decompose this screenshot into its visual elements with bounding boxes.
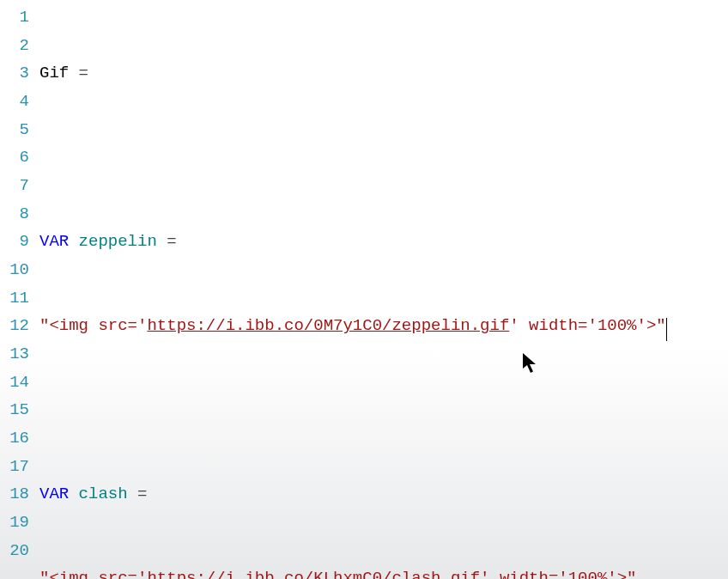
line-number-gutter: 1 2 3 4 5 6 7 8 9 10 11 12 13 14 15 16 1… (0, 0, 34, 579)
string-literal: ' width='100%'>" (480, 569, 636, 579)
code-line[interactable]: Gif = (39, 59, 728, 88)
line-number: 3 (0, 59, 29, 88)
line-number: 4 (0, 88, 29, 116)
string-url: https://i.ibb.co/KLhxmC0/clash.gif (147, 569, 480, 579)
line-number: 13 (0, 340, 29, 369)
line-number: 17 (0, 453, 29, 481)
line-number: 5 (0, 116, 29, 144)
operator-equals: = (167, 232, 176, 251)
text-caret (666, 318, 667, 341)
line-number: 7 (0, 172, 29, 200)
code-line[interactable] (39, 143, 728, 172)
code-line[interactable] (39, 396, 728, 424)
line-number: 2 (0, 32, 29, 60)
measure-name: Gif (39, 64, 79, 82)
line-number: 6 (0, 143, 29, 172)
code-line[interactable]: "<img src='https://i.ibb.co/KLhxmC0/clas… (39, 564, 728, 579)
line-number: 14 (0, 369, 29, 397)
string-url: https://i.ibb.co/0M7y1C0/zeppelin.gif (147, 316, 509, 335)
string-literal: ' width='100%'>" (509, 316, 665, 335)
code-line[interactable]: VAR zeppelin = (39, 228, 728, 256)
string-literal: "<img src=' (39, 316, 147, 335)
line-number: 20 (0, 537, 29, 565)
identifier: clash (79, 485, 137, 503)
line-number: 1 (0, 3, 29, 32)
line-number: 15 (0, 396, 29, 424)
keyword-var: VAR (39, 232, 79, 251)
code-area[interactable]: Gif = VAR zeppelin = "<img src='https://… (34, 0, 728, 579)
line-number: 10 (0, 256, 29, 284)
keyword-var: VAR (39, 485, 79, 503)
code-line[interactable]: VAR clash = (39, 480, 728, 509)
line-number: 8 (0, 200, 29, 229)
code-editor[interactable]: 1 2 3 4 5 6 7 8 9 10 11 12 13 14 15 16 1… (0, 0, 728, 579)
line-number: 11 (0, 284, 29, 313)
operator-equals: = (137, 485, 147, 503)
code-line[interactable]: "<img src='https://i.ibb.co/0M7y1C0/zepp… (39, 312, 728, 340)
operator-equals: = (79, 64, 88, 82)
line-number: 12 (0, 312, 29, 340)
string-literal: "<img src=' (39, 569, 147, 579)
identifier: zeppelin (79, 232, 167, 251)
line-number: 9 (0, 228, 29, 256)
line-number: 16 (0, 424, 29, 453)
line-number: 19 (0, 509, 29, 537)
line-number: 18 (0, 480, 29, 509)
